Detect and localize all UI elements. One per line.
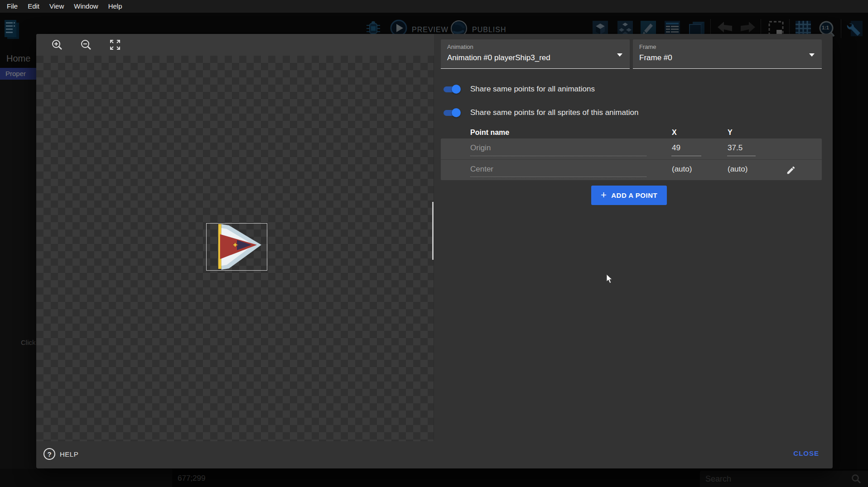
- frame-select-value: Frame #0: [639, 53, 822, 62]
- point-name-underline: [470, 177, 646, 177]
- edit-points-dialog: Animation Animation #0 playerShip3_red F…: [36, 34, 833, 468]
- menu-help[interactable]: Help: [103, 0, 127, 13]
- add-a-point-button[interactable]: + ADD A POINT: [591, 186, 667, 205]
- help-label: HELP: [60, 450, 78, 458]
- share-points-all-sprites-label: Share same points for all sprites of thi…: [470, 108, 638, 117]
- help-button[interactable]: ? HELP: [43, 447, 78, 461]
- animation-select-label: Animation: [447, 43, 630, 50]
- point-x-field[interactable]: 49: [672, 143, 680, 153]
- share-points-all-sprites-toggle[interactable]: [442, 108, 462, 118]
- help-question-icon: ?: [43, 448, 55, 460]
- menu-file[interactable]: File: [2, 0, 23, 13]
- menu-window[interactable]: Window: [69, 0, 103, 13]
- fit-to-screen-icon[interactable]: [109, 38, 121, 51]
- point-y-field[interactable]: (auto): [728, 165, 747, 174]
- point-y-field[interactable]: 37.5: [728, 143, 743, 153]
- share-points-all-animations-toggle[interactable]: [442, 84, 462, 94]
- animation-select[interactable]: Animation Animation #0 playerShip3_red: [441, 39, 630, 69]
- chevron-down-icon: [809, 53, 815, 57]
- add-a-point-label: ADD A POINT: [611, 191, 657, 199]
- zoom-in-icon[interactable]: [51, 38, 63, 51]
- menu-view[interactable]: View: [44, 0, 69, 13]
- edit-point-button[interactable]: [784, 163, 798, 177]
- zoom-out-icon[interactable]: [80, 38, 92, 51]
- point-x-field[interactable]: (auto): [672, 165, 692, 174]
- menu-edit[interactable]: Edit: [23, 0, 44, 13]
- frame-select[interactable]: Frame Frame #0: [633, 39, 822, 69]
- dialog-footer: ? HELP CLOSE: [36, 441, 833, 468]
- column-header-point-name: Point name: [470, 129, 509, 137]
- sprite-canvas[interactable]: [36, 34, 434, 441]
- share-points-all-animations-label: Share same points for all animations: [470, 85, 595, 94]
- point-y-underline: [727, 156, 756, 156]
- point-name-field: Origin: [470, 143, 491, 153]
- points-panel: Animation Animation #0 playerShip3_red F…: [441, 34, 822, 441]
- animation-select-value: Animation #0 playerShip3_red: [447, 53, 630, 62]
- chevron-down-icon: [617, 53, 622, 57]
- point-name-underline: [470, 156, 646, 156]
- table-row-origin: Origin 49 37.5: [441, 138, 822, 159]
- menu-bar: File Edit View Window Help: [0, 0, 868, 13]
- mouse-cursor: [606, 274, 613, 284]
- player-ship-sprite: [207, 224, 267, 270]
- canvas-toolbar: [36, 34, 434, 56]
- points-table: Origin 49 37.5 Center (auto) (auto): [441, 138, 822, 180]
- close-button[interactable]: CLOSE: [793, 449, 819, 457]
- sprite-frame[interactable]: [206, 223, 267, 271]
- table-row-center: Center (auto) (auto): [441, 159, 822, 180]
- point-x-underline: [671, 156, 701, 156]
- points-table-header: Point name X Y: [441, 129, 822, 138]
- column-header-x: X: [672, 129, 677, 137]
- frame-select-label: Frame: [639, 43, 822, 50]
- column-header-y: Y: [728, 129, 733, 137]
- point-name-field: Center: [470, 165, 493, 174]
- panel-scrollbar-thumb[interactable]: [432, 202, 434, 260]
- plus-icon: +: [601, 190, 607, 200]
- pencil-icon: [786, 165, 796, 175]
